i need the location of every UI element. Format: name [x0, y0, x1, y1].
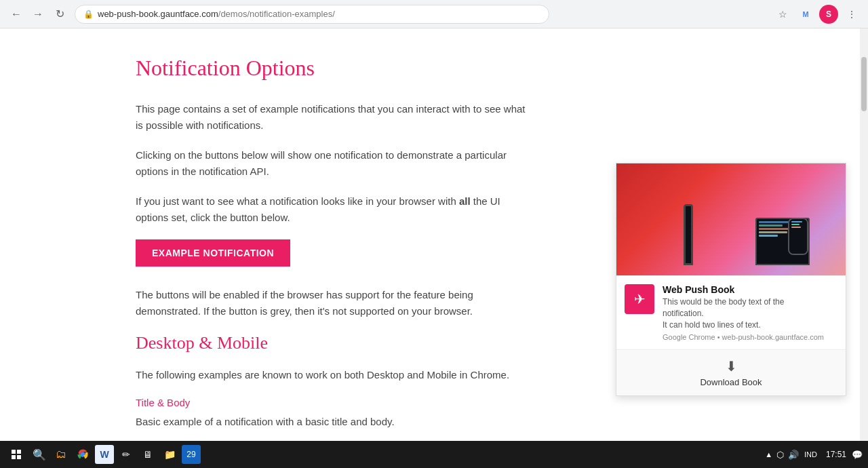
- menu-button[interactable]: ⋮: [842, 5, 861, 24]
- notification-title: Web Push Book: [663, 284, 837, 295]
- notification-count: 29: [186, 450, 195, 459]
- forward-button[interactable]: →: [28, 5, 47, 24]
- taskbar-filemanager[interactable]: 🗂: [52, 445, 71, 464]
- notification-image: [616, 163, 846, 275]
- start-button[interactable]: [5, 444, 27, 465]
- taskbar-chrome[interactable]: [73, 445, 92, 464]
- notification-app-icon: ✈: [625, 284, 654, 314]
- page-content: Notification Options This page contains …: [0, 28, 868, 468]
- body-line3: It can hold two lines of text.: [663, 320, 761, 330]
- description-3: If you just want to see what a notificat…: [136, 193, 529, 226]
- paper-plane-icon: ✈: [634, 291, 646, 307]
- monitor-screen: [686, 206, 691, 263]
- taskbar-badge-icon[interactable]: 29: [182, 445, 201, 464]
- notification-center-icon[interactable]: 💬: [852, 450, 863, 460]
- extension-button[interactable]: M: [796, 5, 815, 24]
- monitor-visual: [616, 163, 846, 275]
- scrollbar-thumb[interactable]: [861, 57, 867, 111]
- taskbar-right: ▲ ⬡ 🔊 IND 17:51 💬: [765, 450, 863, 460]
- notification-text-content: Web Push Book This would be the body tex…: [663, 284, 837, 341]
- body-line1: This would be the body text of the: [663, 297, 784, 307]
- description-2: Clicking on the buttons below will show …: [136, 147, 529, 180]
- section-desc: The following examples are known to work…: [136, 367, 529, 383]
- notification-widget: ✈ Web Push Book This would be the body t…: [616, 163, 846, 396]
- lock-icon: 🔒: [83, 9, 94, 19]
- notification-source: Google Chrome • web-push-book.gauntface.…: [663, 333, 837, 341]
- download-book-label: Download Book: [625, 377, 837, 387]
- bluetooth-icon[interactable]: ⬡: [776, 450, 784, 460]
- desc3-pre: If you just want to see what a notificat…: [136, 195, 459, 207]
- chevron-up-icon[interactable]: ▲: [765, 450, 772, 459]
- scrollbar[interactable]: [860, 28, 868, 468]
- profile-button[interactable]: S: [819, 5, 838, 24]
- search-icon[interactable]: 🔍: [30, 445, 49, 464]
- download-icon: ⬇: [625, 358, 837, 374]
- phone-visual: [788, 218, 808, 255]
- chrome-actions: ☆ M S ⋮: [773, 5, 861, 24]
- taskbar: 🔍 🗂 W ✏ 🖥 📁 29 ▲ ⬡ 🔊 IND 17:51 💬: [0, 441, 868, 468]
- reload-button[interactable]: ↻: [50, 5, 69, 24]
- body-line2: notification.: [663, 309, 704, 318]
- taskbar-notification-app[interactable]: 29: [182, 445, 201, 464]
- notification-message: This would be the body text of the notif…: [663, 296, 837, 330]
- sys-icons: ▲ ⬡ 🔊: [765, 450, 799, 460]
- bookmark-button[interactable]: ☆: [773, 5, 792, 24]
- taskbar-word[interactable]: W: [95, 445, 114, 464]
- subsection-link[interactable]: Title & Body: [136, 397, 190, 408]
- clock[interactable]: 17:51: [823, 450, 846, 459]
- description-4: The buttons will be enabled if the brows…: [136, 287, 529, 319]
- taskbar-search[interactable]: 🔍: [30, 445, 49, 464]
- taskbar-folder[interactable]: 📁: [160, 445, 179, 464]
- windows-icon: [12, 450, 21, 459]
- description-1: This page contains a set of example noti…: [136, 101, 529, 134]
- url-path: /demos/notification-examples/: [218, 9, 335, 19]
- url-base: web-push-book.gauntface.com: [98, 9, 218, 19]
- example-notification-button[interactable]: EXAMPLE NOTIFICATION: [136, 239, 290, 267]
- volume-icon[interactable]: 🔊: [788, 450, 799, 460]
- taskbar-monitor[interactable]: 🖥: [138, 445, 157, 464]
- address-bar[interactable]: 🔒 web-push-book.gauntface.com/demos/noti…: [75, 5, 549, 24]
- taskbar-paint[interactable]: ✏: [117, 445, 136, 464]
- monitor-large: [684, 204, 693, 265]
- back-button[interactable]: ←: [7, 5, 26, 24]
- section-title: Desktop & Mobile: [136, 333, 529, 353]
- language-indicator: IND: [804, 450, 817, 459]
- url-text: web-push-book.gauntface.com/demos/notifi…: [98, 9, 335, 19]
- notification-body: ✈ Web Push Book This would be the body t…: [616, 275, 846, 349]
- desc3-bold: all: [459, 195, 471, 207]
- main-content: Notification Options This page contains …: [0, 28, 860, 468]
- content-section: Notification Options This page contains …: [136, 56, 529, 430]
- page-title: Notification Options: [136, 56, 529, 81]
- subsection-desc: Basic example of a notification with a b…: [136, 414, 529, 430]
- browser-chrome: ← → ↻ 🔒 web-push-book.gauntface.com/demo…: [0, 0, 868, 28]
- nav-buttons: ← → ↻: [7, 5, 69, 24]
- notification-footer: ⬇ Download Book: [616, 349, 846, 395]
